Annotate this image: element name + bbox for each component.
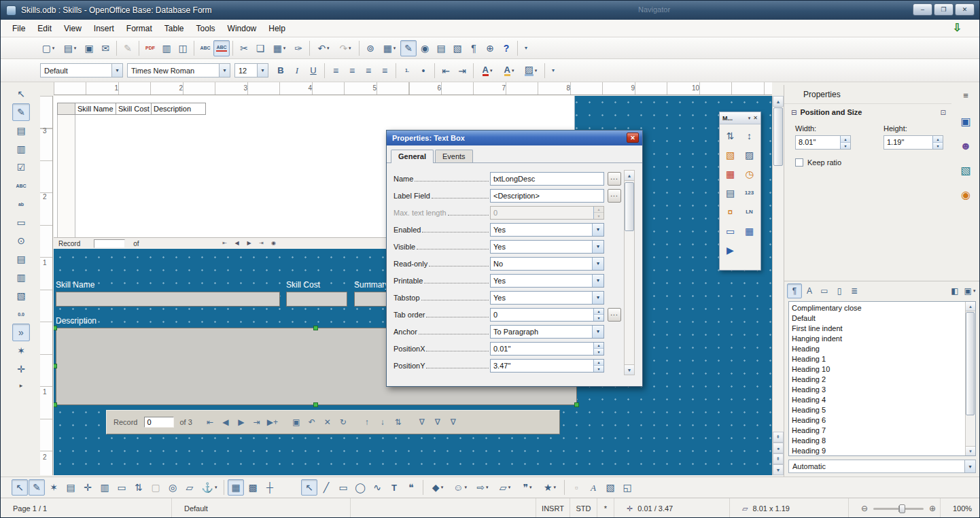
close-icon[interactable]: ✕ [753,115,758,121]
dialog-launcher-icon[interactable]: ⊡ [941,109,946,116]
sort-icon[interactable]: ⇅ [391,415,405,429]
refresh-icon[interactable]: ↻ [336,415,350,429]
vertical-scrollbar[interactable]: ▲ ⇞ ● ⇟ ▼ [772,96,784,475]
more-controls-icon[interactable]: » [12,324,30,341]
previous-record-icon[interactable]: ◀ [219,415,232,429]
apply-style-select[interactable]: Default ▾ [40,63,123,77]
callout-icon[interactable]: ❝▾ [403,479,419,496]
character-styles-icon[interactable]: A [802,283,817,298]
new-record-icon[interactable]: ▶+ [266,415,279,429]
design-mode-icon[interactable]: ✎ [12,103,30,121]
ellipsis-button[interactable]: ... [608,172,621,186]
fontwork-icon[interactable]: A▾ [585,479,601,496]
height-input[interactable]: 1.19" ▴▾ [883,135,943,150]
combo-box-icon[interactable]: ▥ [12,269,30,286]
text-box-icon[interactable]: ab [12,195,30,213]
time-field-icon[interactable]: ◷ [740,165,758,183]
rectangle-icon[interactable]: ▭▾ [335,479,351,496]
property-value-field[interactable]: 3.47" ▾ ▴▾ [490,359,604,373]
next-record-icon[interactable]: ▶ [234,415,248,429]
property-value-field[interactable]: Yes ▾ ▴▾ [490,291,604,305]
push-button-icon[interactable]: ▭ [12,213,30,231]
property-value-field[interactable]: No ▾ ▴▾ [490,257,604,271]
dialog-title-bar[interactable]: Properties: Text Box ✕ [387,131,642,145]
undo-data-entry-icon[interactable]: ↶ [305,415,319,429]
apply-filter-icon[interactable]: ∇ [431,415,444,429]
collapse-icon[interactable]: ⊟ [791,109,797,116]
dialog-scrollbar[interactable]: ▲ ▼ [624,170,635,375]
menu-item[interactable]: Table [158,21,190,36]
chevron-down-icon[interactable]: ▾ [111,64,122,77]
control-properties-icon[interactable]: ▭▾ [113,479,130,496]
styles-list-scrollbar[interactable]: ▲ ▼ [965,302,975,455]
property-value-field[interactable]: Yes ▾ ▴▾ [490,274,604,288]
stars-icon[interactable]: ★▾ [539,479,561,496]
underline-icon[interactable]: U▾ [305,63,321,79]
remove-filter-icon[interactable]: ∇ [447,415,460,429]
last-record-icon[interactable]: ⇥ [256,239,267,248]
menu-item[interactable]: Window [222,21,263,36]
property-value-field[interactable]: Yes ▾ ▴▾ [490,240,604,254]
zoom-out-icon[interactable]: ⊖ [861,504,868,513]
guides-when-moving-icon[interactable]: ┼▾ [262,479,278,496]
autofilter-icon[interactable]: ∇ [415,415,429,429]
export-pdf-icon[interactable]: PDF▾ [142,40,158,56]
dropdown-button[interactable]: ▾ [592,241,603,253]
skill-name-input[interactable] [56,292,280,307]
width-input[interactable]: 8.01" ▴▾ [795,135,851,150]
scrollbar-thumb[interactable] [966,312,975,415]
spinner[interactable]: ▴▾ [840,136,850,149]
selection-handle[interactable] [54,364,57,368]
zoom-icon[interactable]: ⊕▾ [482,40,498,56]
redo-icon[interactable]: ↷▾ [334,40,356,56]
style-list-item[interactable]: Heading 5 [789,405,965,415]
list-box-icon[interactable]: ▤ [12,250,30,268]
font-name-select[interactable]: Times New Roman ▾ [127,63,230,77]
undo-icon[interactable]: ↶▾ [313,40,334,56]
close-button[interactable]: ✕ [955,3,975,16]
chevron-down-icon[interactable]: ▾ [219,64,230,77]
find-replace-icon[interactable]: ◉▾ [417,40,433,56]
select-icon[interactable]: ↖ [12,85,30,103]
scroll-down-icon[interactable]: ▼ [966,446,975,455]
style-list-item[interactable]: Heading 7 [789,426,965,436]
paste-icon[interactable]: ▦▾ [268,40,290,56]
dropdown-button[interactable]: ▾ [592,258,603,270]
row-header-cell[interactable] [57,103,75,115]
property-value-field[interactable]: To Paragraph ▾ ▴▾ [490,325,604,339]
save-icon[interactable]: ▣▾ [81,40,97,56]
extrusion-icon[interactable]: ◱▾ [619,479,635,496]
image-control-icon[interactable]: ▧ [12,287,30,305]
hyperlink-icon[interactable]: ⊚▾ [362,40,379,56]
first-record-icon[interactable]: ⇤ [220,239,230,248]
dropdown-button[interactable]: ▾ [592,326,603,338]
column-header[interactable]: Skill Name [75,103,116,115]
image-button-icon[interactable]: ▧ [721,145,739,164]
selection-handle[interactable] [313,326,318,330]
change-anchor-icon[interactable]: ⚓▾ [198,479,220,496]
style-list-item[interactable]: Heading 10 [789,364,965,375]
gallery-deck-icon[interactable]: ▧ [955,160,977,181]
date-field-icon[interactable]: ▦ [721,165,739,183]
symbol-shapes-icon[interactable]: ☺▾ [449,479,471,496]
menu-item[interactable]: Insert [88,21,120,36]
sort-ascending-icon[interactable]: ↑ [360,415,374,429]
ellipsis-button[interactable]: ... [608,308,621,322]
automatic-control-focus-icon[interactable]: ◎▾ [164,479,181,496]
style-list-item[interactable]: Heading 4 [789,395,965,405]
toolbar-options-icon[interactable]: ▾▾ [548,63,559,79]
spinner[interactable]: ▴▾ [593,343,603,355]
menu-item[interactable]: Format [120,21,158,36]
next-page-icon[interactable]: ⇟ [773,453,784,464]
align-right-icon[interactable]: ≡▾ [360,63,377,79]
selection-handle[interactable] [54,402,57,407]
skill-cost-input[interactable] [286,292,347,307]
dropdown-button[interactable]: ▾ [592,224,603,236]
page-styles-icon[interactable]: ▯ [832,283,847,298]
data-sources-icon[interactable]: ▤▾ [433,40,449,56]
flowchart-icon[interactable]: ▱▾ [494,479,516,496]
navigator-deck-icon[interactable]: ◉ [955,185,977,205]
toolbar-options-icon[interactable]: ▾▾ [521,40,531,56]
zoom-in-icon[interactable]: ⊕ [929,504,936,513]
selection-handle[interactable] [574,402,579,407]
